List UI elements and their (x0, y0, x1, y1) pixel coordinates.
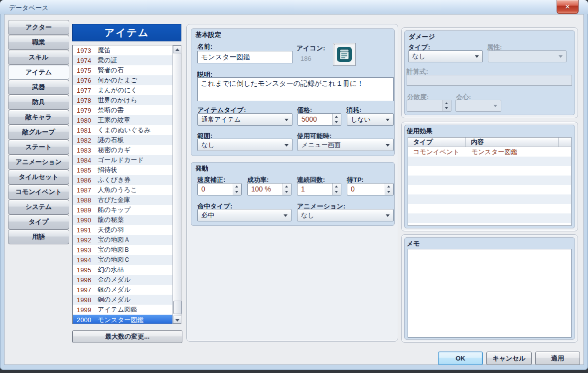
sidebar-item-13[interactable]: タイプ (8, 214, 69, 229)
success-stepper[interactable]: 100 % (247, 183, 292, 195)
sidebar-item-7[interactable]: 敵グループ (8, 125, 69, 140)
item-row-1990[interactable]: 1990龍の秘薬 (73, 215, 172, 225)
item-row-1983[interactable]: 1983秘密のカギ (73, 145, 172, 155)
scope-select[interactable]: なし (197, 139, 293, 151)
ok-button[interactable]: OK (438, 352, 483, 365)
consume-select[interactable]: しない (347, 113, 394, 126)
cancel-button[interactable]: キャンセル (486, 352, 532, 365)
sidebar-item-14[interactable]: 用語 (8, 229, 69, 244)
item-name: 金のメダル (98, 275, 131, 284)
effect-row-empty[interactable] (408, 213, 571, 223)
sidebar-item-4[interactable]: 武器 (8, 80, 69, 95)
item-row-1992[interactable]: 1992宝の地図Ａ (73, 235, 172, 245)
item-row-1978[interactable]: 1978世界のかけら (73, 95, 172, 105)
item-name: アイテム図鑑 (98, 305, 137, 314)
effect-row-empty[interactable] (408, 166, 571, 176)
scroll-up-button[interactable] (173, 45, 181, 53)
effect-type (408, 213, 466, 223)
effect-row-empty[interactable] (408, 194, 571, 204)
item-row-1988[interactable]: 1988古びた金庫 (73, 195, 172, 205)
item-id: 1991 (77, 226, 95, 234)
item-row-1997[interactable]: 1997銀のメダル (73, 285, 172, 295)
effect-row-empty[interactable] (408, 223, 571, 226)
item-id: 1988 (77, 196, 95, 204)
effect-row-empty[interactable] (408, 157, 571, 166)
icon-picker-button[interactable] (333, 43, 356, 66)
scroll-down-button[interactable] (173, 316, 181, 324)
item-row-1989[interactable]: 1989船のキップ (73, 205, 172, 215)
item-row-1991[interactable]: 1991天使の羽 (73, 225, 172, 235)
item-row-1977[interactable]: 1977まんがのにく (73, 85, 172, 95)
item-row-1996[interactable]: 1996金のメダル (73, 275, 172, 285)
item-id: 1992 (77, 236, 95, 244)
sidebar-item-3[interactable]: アイテム (8, 65, 69, 80)
sidebar-item-6[interactable]: 敵キャラ (8, 110, 69, 125)
effect-row-empty[interactable] (408, 185, 571, 194)
effect-content (466, 194, 471, 204)
effect-row-empty[interactable] (408, 204, 571, 213)
speed-stepper[interactable]: 0 (197, 183, 242, 195)
effect-row-0[interactable]: コモンイベントモンスター図鑑 (408, 147, 571, 157)
hit-type-select[interactable]: 必中 (197, 209, 292, 221)
item-row-1976[interactable]: 1976何かのたまご (73, 75, 172, 85)
occasion-select[interactable]: メニュー画面 (297, 139, 394, 151)
damage-type-select[interactable]: なし (408, 50, 483, 62)
spinner-buttons[interactable] (332, 114, 341, 125)
item-row-2000[interactable]: 2000モンスター図鑑 (73, 315, 172, 324)
sidebar-item-12[interactable]: システム (8, 199, 69, 214)
item-row-1973[interactable]: 1973魔笛 (73, 45, 172, 55)
formula-input (407, 75, 572, 86)
center-panel: 基本設定 名前: アイコン: 186 説明: これまでに倒したモンスターの記録が… (186, 24, 398, 342)
item-row-1985[interactable]: 1985招待状 (73, 165, 172, 175)
item-row-1995[interactable]: 1995幻の水晶 (73, 265, 172, 275)
item-id: 1977 (77, 87, 95, 94)
note-textarea[interactable] (408, 249, 572, 338)
item-row-1987[interactable]: 1987人魚のうろこ (73, 185, 172, 195)
sidebar-item-label: コモンイベント (15, 187, 62, 196)
repeats-stepper[interactable]: 1 (297, 183, 341, 195)
description-textarea[interactable]: これまでに倒したモンスターの記録がこれ１冊に！ (197, 77, 394, 101)
item-row-1993[interactable]: 1993宝の地図Ｂ (73, 245, 172, 255)
item-row-1982[interactable]: 1982謎の石板 (73, 135, 172, 145)
item-id: 1976 (77, 77, 95, 84)
change-maximum-button[interactable]: 最大数の変更... (72, 330, 182, 343)
sidebar-item-10[interactable]: タイルセット (8, 170, 69, 185)
tp-gain-stepper[interactable]: 0 (347, 183, 394, 195)
sidebar-item-2[interactable]: スキル (8, 50, 69, 65)
item-row-1981[interactable]: 1981くまのぬいぐるみ (73, 125, 172, 135)
effect-type (408, 194, 466, 204)
item-row-1994[interactable]: 1994宝の地図Ｃ (73, 255, 172, 265)
chevron-down-icon (284, 214, 288, 217)
price-stepper[interactable]: 5000 (297, 113, 341, 126)
spin-up-icon (335, 116, 338, 118)
item-row-1984[interactable]: 1984ゴールドカード (73, 155, 172, 165)
animation-select[interactable]: なし (297, 209, 394, 221)
sidebar-item-8[interactable]: ステート (8, 140, 69, 155)
item-row-1979[interactable]: 1979禁断の書 (73, 105, 172, 115)
effect-row-empty[interactable] (408, 176, 571, 185)
close-button[interactable]: ✕ (557, 0, 579, 14)
damage-panel: ダメージ タイプ: なし 属性: 計算式: 分散度: 会心: (401, 27, 578, 118)
apply-button[interactable]: 適用 (535, 352, 580, 365)
item-row-1974[interactable]: 1974愛の証 (73, 55, 172, 65)
spin-up-icon (235, 186, 238, 187)
item-row-1975[interactable]: 1975賢者の石 (73, 65, 172, 75)
sidebar-item-5[interactable]: 防具 (8, 95, 69, 110)
effects-table[interactable]: タイプ 内容 コモンイベントモンスター図鑑 (408, 137, 572, 226)
item-name: 秘密のカギ (98, 146, 131, 155)
item-row-1999[interactable]: 1999アイテム図鑑 (73, 305, 172, 315)
item-row-1998[interactable]: 1998銅のメダル (73, 295, 172, 305)
scroll-thumb[interactable] (173, 301, 182, 314)
name-input[interactable] (197, 51, 293, 63)
sidebar-item-0[interactable]: アクター (8, 20, 69, 35)
sidebar-item-1[interactable]: 職業 (8, 35, 69, 50)
effect-type (408, 176, 466, 185)
sidebar-item-11[interactable]: コモンイベント (8, 185, 69, 199)
item-row-1986[interactable]: 1986ふくびき券 (73, 175, 172, 185)
sidebar-item-9[interactable]: アニメーション (8, 155, 69, 170)
chevron-down-icon (559, 55, 563, 58)
item-type-select[interactable]: 通常アイテム (197, 113, 293, 126)
scrollbar[interactable] (172, 45, 181, 324)
item-name: 世界のかけら (98, 96, 137, 105)
item-row-1980[interactable]: 1980王家の紋章 (73, 115, 172, 125)
